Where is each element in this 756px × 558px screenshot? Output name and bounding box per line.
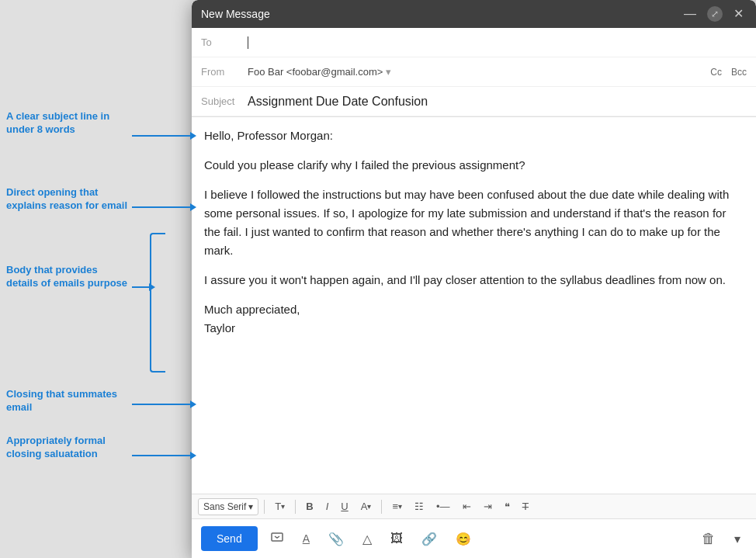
- opening-annotation-text: Direct opening that explains reason for …: [6, 186, 130, 213]
- numbered-list-button[interactable]: ☷: [410, 497, 428, 515]
- svg-rect-0: [272, 533, 283, 541]
- to-value[interactable]: [248, 36, 747, 49]
- format-button[interactable]: A: [297, 527, 316, 550]
- subject-arrow-line: [132, 135, 190, 137]
- subject-value[interactable]: Assignment Due Date Confusion: [248, 95, 747, 109]
- subject-row: Subject Assignment Due Date Confusion: [192, 87, 756, 116]
- more-options-button[interactable]: ▾: [728, 527, 747, 551]
- body-paragraph3: I assure you it won't happen again, and …: [204, 271, 744, 289]
- window-title: New Message: [201, 8, 270, 20]
- toolbar-separator-3: [381, 500, 382, 514]
- closing-arrow: [132, 400, 196, 408]
- compose-body[interactable]: Hello, Professor Morgan: Could you pleas…: [192, 117, 756, 494]
- opening-arrow-line: [132, 206, 190, 208]
- salutation-annotation: Appropriately formal closing saluatation: [6, 435, 130, 461]
- indent-left-button[interactable]: ⇤: [458, 497, 476, 515]
- body-closing: Much appreciated, Taylor: [204, 300, 744, 338]
- body-arrow: [132, 283, 155, 291]
- photo-button[interactable]: 🖼: [384, 527, 409, 550]
- text-size-button[interactable]: T ▾: [270, 497, 290, 515]
- body-annotation-text: Body that provides details of emails pur…: [6, 264, 130, 290]
- closing-arrow-head: [190, 400, 196, 408]
- salutation-arrow: [132, 452, 196, 459]
- subject-arrow: [132, 132, 196, 140]
- opening-annotation: Direct opening that explains reason for …: [6, 186, 130, 213]
- emoji-button[interactable]: 😊: [449, 527, 477, 551]
- cursor: [248, 36, 248, 49]
- to-label: To: [201, 36, 248, 48]
- text-color-button[interactable]: A ▾: [356, 497, 376, 515]
- underline-button[interactable]: U: [336, 497, 352, 515]
- font-dropdown-icon: ▾: [248, 501, 253, 512]
- drive-button[interactable]: △: [356, 527, 378, 551]
- align-button[interactable]: ≡ ▾: [387, 497, 407, 515]
- subject-label: Subject: [201, 95, 248, 107]
- subject-arrow-head: [190, 132, 196, 140]
- opening-arrow: [132, 203, 196, 211]
- bcc-label[interactable]: Bcc: [731, 67, 747, 78]
- closing-annotation-text: Closing that summates email: [6, 388, 130, 414]
- indent-right-button[interactable]: ⇥: [479, 497, 497, 515]
- body-arrow-head: [149, 283, 155, 291]
- italic-button[interactable]: I: [321, 497, 334, 515]
- compose-fields: To From Foo Bar <foobar@gmail.com> ▾ Cc …: [192, 28, 756, 117]
- from-email: Foo Bar <foobar@gmail.com>: [248, 66, 383, 78]
- font-name: Sans Serif: [203, 501, 246, 512]
- to-row: To: [192, 28, 756, 57]
- bold-button[interactable]: B: [301, 497, 317, 515]
- compose-window: New Message — ⤢ ✕ To From Foo Bar <fooba…: [192, 0, 756, 558]
- maximize-button[interactable]: ⤢: [707, 6, 723, 22]
- clear-format-button[interactable]: T̶: [518, 497, 533, 515]
- minimize-button[interactable]: —: [681, 6, 699, 22]
- closing-annotation: Closing that summates email: [6, 388, 130, 414]
- window-controls: — ⤢ ✕: [681, 6, 747, 22]
- formatting-toolbar: Sans Serif ▾ T ▾ B I U A ▾ ≡ ▾ ☷ •― ⇤ ⇥ …: [192, 494, 756, 518]
- toolbar-separator-1: [264, 500, 265, 514]
- compose-header: New Message — ⤢ ✕: [192, 0, 756, 28]
- close-button[interactable]: ✕: [730, 6, 747, 22]
- cc-label[interactable]: Cc: [710, 67, 722, 78]
- subject-text: Assignment Due Date Confusion: [248, 95, 428, 109]
- delete-button[interactable]: 🗑: [695, 526, 722, 552]
- bullet-list-button[interactable]: •―: [432, 497, 455, 515]
- body-signature: Taylor: [204, 321, 235, 334]
- send-button[interactable]: Send: [201, 526, 258, 551]
- opening-arrow-head: [190, 203, 196, 211]
- compose-actions: Send A 📎 △ 🖼 🔗 😊 🗑 ▾: [192, 518, 756, 558]
- from-row: From Foo Bar <foobar@gmail.com> ▾ Cc Bcc: [192, 57, 756, 87]
- body-paragraph2: I believe I followed the instructions bu…: [204, 185, 744, 260]
- salutation-arrow-head: [190, 452, 196, 459]
- salutation-annotation-text: Appropriately formal closing saluatation: [6, 435, 130, 461]
- body-greeting: Hello, Professor Morgan:: [204, 127, 744, 145]
- attachment-dropbox-button[interactable]: [264, 525, 290, 552]
- font-selector[interactable]: Sans Serif ▾: [198, 498, 258, 515]
- from-dropdown-icon[interactable]: ▾: [386, 66, 391, 78]
- body-arrow-line: [132, 286, 149, 288]
- from-value[interactable]: Foo Bar <foobar@gmail.com> ▾: [248, 66, 710, 78]
- body-annotation: Body that provides details of emails pur…: [6, 264, 130, 290]
- body-paragraph1: Could you please clarify why I failed th…: [204, 156, 744, 175]
- subject-annotation-text: A clear subject line in under 8 words: [6, 110, 130, 137]
- cc-bcc-controls: Cc Bcc: [710, 67, 747, 78]
- link-button[interactable]: 🔗: [415, 527, 443, 551]
- from-label: From: [201, 66, 248, 78]
- salutation-arrow-line: [132, 455, 190, 456]
- body-bracket: [150, 233, 165, 373]
- quote-button[interactable]: ❝: [500, 497, 515, 515]
- attach-file-button[interactable]: 📎: [322, 527, 350, 551]
- closing-arrow-line: [132, 404, 190, 405]
- toolbar-separator-2: [295, 500, 296, 514]
- subject-annotation: A clear subject line in under 8 words: [6, 110, 130, 137]
